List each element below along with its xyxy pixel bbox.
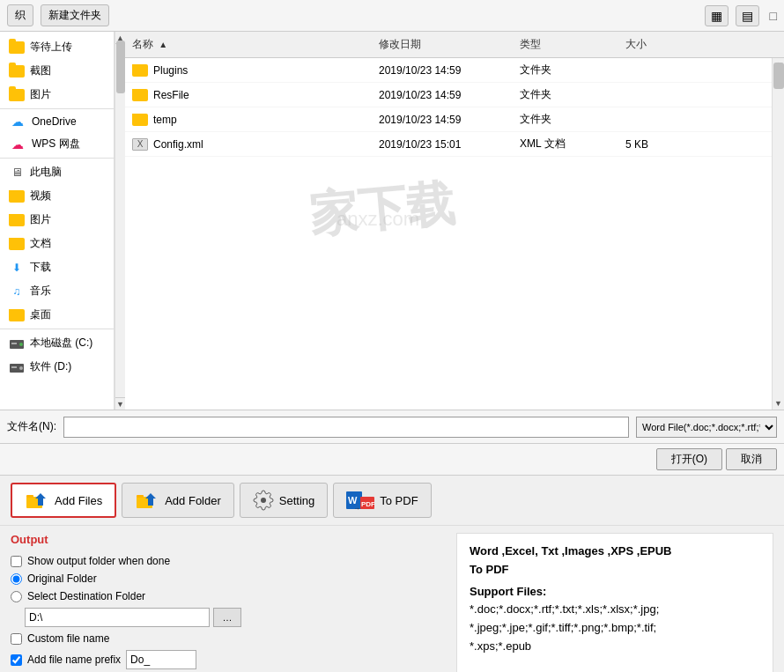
table-row[interactable]: temp 2019/10/23 14:59 文件夹	[125, 107, 772, 132]
table-row[interactable]: ResFile 2019/10/23 14:59 文件夹	[125, 83, 772, 107]
output-section: Output Show output folder when done Orig…	[0, 526, 784, 672]
sidebar-label: OneDrive	[32, 115, 77, 128]
new-folder-label: 新建文件夹	[48, 8, 101, 23]
file-name: X Config.xml	[125, 138, 372, 151]
cancel-button[interactable]: 取消	[726, 448, 777, 470]
info-line3: Support Files:	[470, 583, 760, 602]
layout-icon[interactable]: ▤	[736, 5, 759, 26]
col-header-type[interactable]: 类型	[513, 35, 618, 54]
select-destination-radio[interactable]	[11, 591, 22, 602]
sidebar-label: 软件 (D:)	[30, 359, 71, 374]
file-size: 5 KB	[618, 138, 689, 151]
disk-d-icon	[9, 361, 25, 373]
sidebar-item-local-disk-c[interactable]: 本地磁盘 (C:)	[0, 331, 114, 355]
file-type: 文件夹	[513, 112, 618, 127]
col-header-name[interactable]: 名称 ▲	[125, 35, 372, 54]
table-row[interactable]: Plugins 2019/10/23 14:59 文件夹	[125, 58, 772, 83]
folder-icon	[9, 65, 25, 78]
add-prefix-checkbox[interactable]	[11, 654, 22, 666]
info-line4: *.doc;*.docx;*.rtf;*.txt;*.xls;*.xlsx;*.…	[470, 601, 760, 619]
setting-icon	[253, 490, 274, 511]
bottom-panel: Add Files Add Folder Setting W	[0, 476, 784, 672]
add-files-label: Add Files	[55, 494, 102, 507]
show-output-row: Show output folder when done	[11, 555, 170, 567]
file-scrollbar-thumb[interactable]	[773, 63, 784, 89]
show-output-checkbox[interactable]	[11, 556, 22, 567]
original-folder-label[interactable]: Original Folder	[27, 572, 97, 585]
file-type: 文件夹	[513, 87, 618, 102]
sidebar-item-pictures[interactable]: 图片	[0, 208, 114, 232]
prefix-input[interactable]	[126, 650, 196, 669]
svg-point-5	[19, 366, 23, 370]
scroll-down-arrow[interactable]: ▼	[115, 397, 125, 410]
svg-rect-1	[11, 343, 17, 344]
show-output-label[interactable]: Show output folder when done	[27, 555, 170, 567]
sidebar-item-wps-cloud[interactable]: ☁ WPS 网盘	[0, 132, 114, 156]
sidebar-item-music[interactable]: ♫ 音乐	[0, 279, 114, 303]
open-button[interactable]: 打开(O)	[656, 448, 722, 470]
sidebar-item-desktop[interactable]: 桌面	[0, 303, 114, 327]
svg-rect-11	[137, 495, 144, 498]
sidebar-item-documents[interactable]: 文档	[0, 232, 114, 255]
setting-button[interactable]: Setting	[240, 483, 328, 518]
organize-label: 织	[15, 8, 26, 23]
file-list-scrollbar[interactable]: ▲ ▼	[772, 58, 784, 410]
to-pdf-icon: W PDF →	[346, 490, 374, 511]
sidebar-scrollbar[interactable]: ▲ ▼	[115, 32, 125, 410]
sidebar-item-downloads[interactable]: ⬇ 下载	[0, 255, 114, 279]
original-folder-radio[interactable]	[11, 573, 22, 585]
browse-button[interactable]: …	[213, 608, 241, 627]
sidebar-label: 图片	[30, 212, 51, 227]
col-header-date[interactable]: 修改日期	[372, 35, 513, 54]
sidebar-item-images[interactable]: 图片	[0, 83, 114, 107]
window-controls: □	[770, 9, 777, 23]
filename-input[interactable]	[63, 417, 629, 438]
sidebar-item-screenshot[interactable]: 截图	[0, 59, 114, 83]
file-date: 2019/10/23 14:59	[372, 64, 513, 77]
file-type: XML 文档	[513, 137, 618, 151]
file-date: 2019/10/23 15:01	[372, 138, 513, 151]
to-pdf-button[interactable]: W PDF → To PDF	[333, 483, 431, 518]
folder-icon	[132, 64, 148, 77]
file-list[interactable]: 家下载 anxz.com Plugins 2019/10/23 14:59 文件…	[125, 58, 772, 410]
sidebar-label: WPS 网盘	[32, 137, 80, 151]
info-line2: To PDF	[470, 561, 760, 580]
sidebar-item-onedrive[interactable]: ☁ OneDrive	[0, 111, 114, 132]
sidebar-item-disk-d[interactable]: 软件 (D:)	[0, 355, 114, 379]
select-destination-label[interactable]: Select Destination Folder	[27, 590, 145, 602]
sidebar-label: 图片	[30, 87, 51, 102]
add-folder-icon	[135, 490, 159, 511]
browser-container: 等待上传 截图 图片 ☁ OneDrive ☁ WPS 网盘 🖥 此电脑 视频	[0, 32, 784, 410]
sidebar-item-waiting-upload[interactable]: 等待上传	[0, 35, 114, 59]
table-row[interactable]: X Config.xml 2019/10/23 15:01 XML 文档 5 K…	[125, 132, 772, 157]
add-prefix-label[interactable]: Add file name prefix	[27, 654, 121, 666]
xml-file-icon: X	[132, 138, 148, 151]
add-files-icon	[25, 490, 49, 511]
add-files-button[interactable]: Add Files	[11, 483, 116, 518]
dest-path-input[interactable]	[25, 608, 210, 627]
sidebar-item-videos[interactable]: 视频	[0, 184, 114, 208]
info-line5: *.jpeg;*.jpe;*.gif;*.tiff;*.png;*.bmp;*.…	[470, 619, 760, 638]
sidebar-item-this-pc[interactable]: 🖥 此电脑	[0, 160, 114, 184]
custom-filename-checkbox[interactable]	[11, 633, 22, 645]
output-label: Output	[11, 533, 439, 546]
scrollbar-thumb[interactable]	[116, 41, 125, 93]
svg-point-2	[19, 343, 23, 346]
select-destination-row: Select Destination Folder	[11, 590, 439, 602]
view-icon[interactable]: ▦	[705, 5, 729, 26]
disk-c-icon	[9, 337, 25, 350]
sidebar-separator	[0, 108, 114, 109]
add-folder-button[interactable]: Add Folder	[122, 483, 234, 518]
file-date: 2019/10/23 14:59	[372, 89, 513, 101]
pc-icon: 🖥	[9, 166, 25, 179]
filetype-select[interactable]: Word File(*.doc;*.docx;*.rtf;*.	[636, 417, 777, 438]
col-header-size[interactable]: 大小	[618, 35, 689, 54]
desktop-folder-icon	[9, 309, 25, 321]
file-type: 文件夹	[513, 63, 618, 78]
sidebar-label: 视频	[30, 188, 51, 203]
new-folder-button[interactable]: 新建文件夹	[41, 4, 109, 26]
tool-buttons-bar: Add Files Add Folder Setting W	[0, 476, 784, 526]
organize-button[interactable]: 织	[7, 4, 33, 26]
scroll-down-btn[interactable]: ▼	[773, 397, 784, 410]
custom-filename-label[interactable]: Custom file name	[27, 632, 109, 645]
